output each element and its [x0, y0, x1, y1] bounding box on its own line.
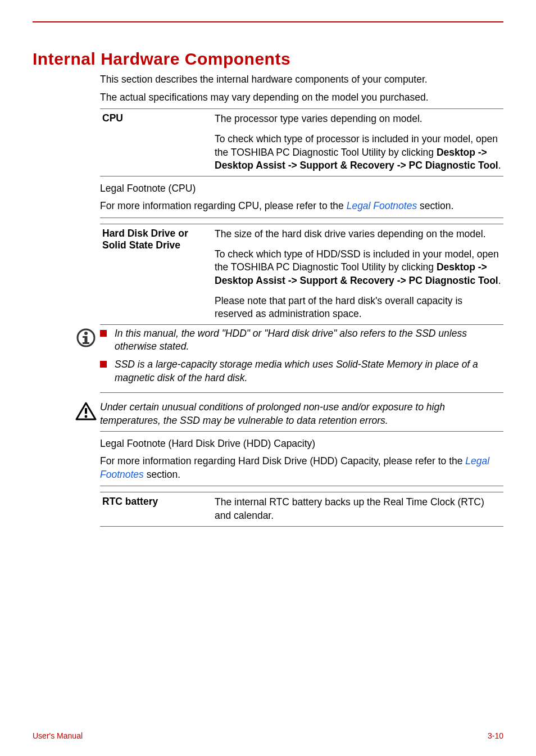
- rtc-table: RTC battery The internal RTC battery bac…: [100, 492, 503, 526]
- intro-paragraph-2: The actual specifications may vary depen…: [100, 91, 503, 105]
- svg-rect-3: [83, 336, 87, 338]
- rtc-desc: The internal RTC battery backs up the Re…: [215, 496, 484, 521]
- rtc-term: RTC battery: [102, 496, 158, 507]
- bullet-square-icon: [100, 330, 107, 337]
- info-icon: [76, 328, 96, 347]
- svg-point-1: [84, 332, 88, 335]
- cpu-legal-link[interactable]: Legal Footnotes: [347, 200, 417, 211]
- hdd-term: Hard Disk Drive or Solid State Drive: [102, 228, 188, 251]
- svg-rect-4: [83, 342, 89, 344]
- warning-callout: Under certain unusual conditions of prol…: [72, 401, 503, 427]
- hdd-table: Hard Disk Drive or Solid State Drive The…: [100, 224, 503, 325]
- footer-right: 3-10: [488, 731, 503, 740]
- cpu-desc-1: The processor type varies depending on m…: [215, 113, 423, 124]
- info-bullet-2: SSD is a large-capacity storage media wh…: [115, 358, 503, 384]
- cpu-legal-text-b: section.: [417, 200, 453, 211]
- warning-icon: [75, 402, 97, 421]
- footer-left: User's Manual: [33, 731, 83, 740]
- hdd-legal-text-a: For more information regarding Hard Disk…: [100, 455, 465, 467]
- intro-paragraph-1: This section describes the internal hard…: [100, 73, 503, 87]
- page-footer: User's Manual 3-10: [33, 731, 503, 740]
- cpu-term: CPU: [102, 112, 123, 124]
- svg-point-7: [85, 415, 88, 418]
- cpu-legal-text-a: For more information regarding CPU, plea…: [100, 200, 347, 211]
- hdd-legal-note: Legal Footnote (Hard Disk Drive (HDD) Ca…: [100, 437, 503, 482]
- cpu-desc-2c: .: [498, 160, 501, 171]
- cpu-table: CPU The processor type varies depending …: [100, 108, 503, 176]
- hdd-desc-3: Please note that part of the hard disk's…: [215, 295, 462, 320]
- bullet-square-icon: [100, 361, 107, 368]
- svg-rect-6: [85, 408, 87, 414]
- cpu-legal-title: Legal Footnote (CPU): [100, 182, 503, 196]
- warning-text: Under certain unusual conditions of prol…: [100, 401, 503, 427]
- hdd-desc-1: The size of the hard disk drive varies d…: [215, 228, 486, 239]
- hdd-legal-title: Legal Footnote (Hard Disk Drive (HDD) Ca…: [100, 437, 503, 451]
- section-heading: Internal Hardware Components: [33, 49, 503, 69]
- hdd-desc-2c: .: [498, 275, 501, 286]
- cpu-legal-note: Legal Footnote (CPU) For more informatio…: [100, 182, 503, 213]
- hdd-legal-text-b: section.: [144, 469, 180, 480]
- info-callout: In this manual, the word "HDD" or "Hard …: [72, 327, 503, 390]
- info-bullet-1: In this manual, the word "HDD" or "Hard …: [115, 327, 503, 354]
